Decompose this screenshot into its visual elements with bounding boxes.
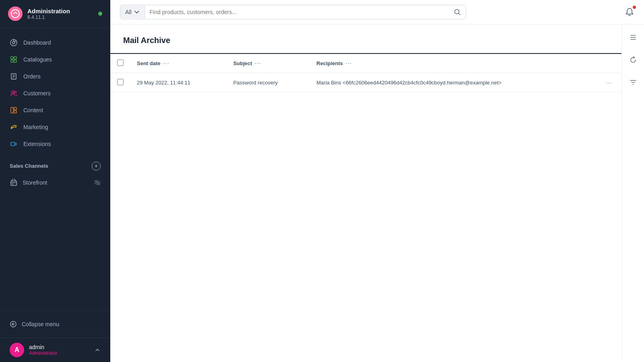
search-container: All: [120, 5, 466, 19]
user-role: Administrator: [29, 350, 89, 356]
columns-view-button[interactable]: [627, 31, 640, 44]
recipients-label: Recipients: [316, 60, 343, 66]
user-menu-chevron[interactable]: [94, 347, 101, 353]
topbar-right: [625, 7, 634, 17]
svg-rect-22: [11, 181, 17, 185]
collapse-icon: [10, 321, 17, 328]
app-name: Administration: [27, 8, 93, 14]
sidebar-item-marketing[interactable]: Marketing: [0, 119, 110, 136]
row-checkbox[interactable]: [117, 79, 124, 85]
storefront-icon: [10, 179, 18, 187]
sidebar-item-dashboard-label: Dashboard: [23, 39, 51, 46]
extensions-icon: [10, 140, 18, 148]
main-area: All: [110, 0, 644, 362]
marketing-icon: [10, 123, 18, 131]
select-all-header: [110, 54, 130, 73]
customers-icon: [10, 89, 18, 97]
collapse-menu-label: Collapse menu: [22, 321, 59, 327]
notification-badge: [633, 6, 636, 9]
sidebar-item-extensions[interactable]: Extensions: [0, 136, 110, 152]
app-title-area: Administration 6.4.11.1: [27, 8, 93, 20]
svg-rect-20: [15, 143, 17, 145]
svg-rect-6: [14, 57, 17, 59]
search-submit-button[interactable]: [449, 5, 466, 19]
sidebar-item-orders[interactable]: Orders: [0, 68, 110, 85]
sidebar-item-content[interactable]: Content: [0, 102, 110, 119]
table-wrapper: Sent date ··· Subject ···: [110, 53, 621, 362]
user-info: admin Administrator: [29, 344, 89, 356]
sidebar-item-content-label: Content: [23, 107, 43, 113]
sidebar-item-customers[interactable]: Customers: [0, 85, 110, 102]
filter-button[interactable]: [627, 76, 640, 89]
page-title: Mail Archive: [110, 25, 621, 53]
catalogues-icon: [10, 56, 18, 64]
search-filter-label: All: [125, 9, 132, 15]
sent-date-options[interactable]: ···: [163, 60, 169, 67]
sales-channels-title: Sales Channels: [10, 163, 48, 169]
table-row: 29 May 2022, 11:44:11 Password recovery …: [110, 73, 621, 93]
col-header-sent-date: Sent date ···: [130, 54, 227, 73]
row-subject: Password recovery: [227, 73, 310, 93]
svg-point-14: [14, 91, 17, 93]
sales-channels-section: Sales Channels + Storefront: [0, 155, 110, 196]
svg-point-13: [12, 91, 14, 93]
search-filter-button[interactable]: All: [120, 6, 145, 19]
sidebar-item-catalogues[interactable]: Catalogues: [0, 51, 110, 68]
svg-line-4: [14, 41, 16, 42]
col-header-recipients: Recipients ···: [310, 54, 597, 73]
row-actions-button[interactable]: ···: [597, 73, 621, 93]
subject-options[interactable]: ···: [254, 60, 261, 67]
storefront-label: Storefront: [23, 179, 47, 186]
sidebar-nav: Dashboard Catalogues: [0, 28, 110, 155]
row-sent-date: 29 May 2022, 11:44:11: [130, 73, 227, 93]
app-logo: [8, 6, 23, 21]
table-area: Mail Archive Sent date ···: [110, 25, 621, 362]
svg-rect-5: [11, 57, 13, 59]
mail-archive-table: Sent date ··· Subject ···: [110, 54, 621, 93]
svg-rect-17: [14, 111, 17, 113]
col-header-subject: Subject ···: [227, 54, 310, 73]
app-version: 6.4.11.1: [27, 14, 93, 20]
row-checkbox-cell: [110, 73, 130, 93]
svg-rect-8: [14, 60, 17, 62]
storefront-visibility-icon[interactable]: [94, 179, 101, 186]
recipients-options[interactable]: ···: [345, 60, 352, 67]
sidebar: Administration 6.4.11.1 Dashboard: [0, 0, 110, 362]
svg-rect-19: [11, 142, 15, 146]
content-area: Mail Archive Sent date ···: [110, 25, 644, 362]
topbar: All: [110, 0, 644, 25]
notification-button[interactable]: [625, 7, 634, 17]
sidebar-item-storefront[interactable]: Storefront: [10, 175, 101, 190]
subject-label: Subject: [233, 60, 252, 66]
sidebar-footer: Collapse menu: [0, 311, 110, 337]
user-area: A admin Administrator: [0, 337, 110, 362]
sales-channels-header: Sales Channels +: [10, 162, 101, 171]
svg-rect-7: [11, 60, 13, 62]
sidebar-item-dashboard[interactable]: Dashboard: [0, 34, 110, 51]
sent-date-label: Sent date: [137, 60, 161, 66]
sidebar-item-customers-label: Customers: [23, 90, 51, 97]
orders-icon: [10, 72, 18, 80]
add-sales-channel-button[interactable]: +: [92, 162, 101, 171]
sidebar-item-orders-label: Orders: [23, 73, 41, 80]
user-name: admin: [29, 344, 89, 350]
online-status-dot: [98, 12, 102, 16]
user-avatar: A: [10, 343, 24, 357]
svg-rect-15: [11, 107, 13, 113]
col-header-actions: [597, 54, 621, 73]
svg-point-0: [11, 10, 19, 18]
svg-rect-16: [14, 107, 17, 110]
collapse-menu-button[interactable]: Collapse menu: [10, 317, 101, 331]
sidebar-header: Administration 6.4.11.1: [0, 0, 110, 28]
row-recipients: Maria Bins <66fc2606eed4420496d42cb4cfc0…: [310, 73, 597, 93]
refresh-button[interactable]: [627, 53, 640, 66]
dashboard-icon: [10, 39, 18, 47]
sidebar-item-extensions-label: Extensions: [23, 141, 51, 147]
select-all-checkbox[interactable]: [117, 60, 124, 66]
search-input[interactable]: [145, 6, 449, 19]
sidebar-item-marketing-label: Marketing: [23, 124, 48, 130]
content-icon: [10, 106, 18, 114]
svg-line-29: [458, 13, 460, 15]
right-toolbar: [621, 25, 644, 362]
sidebar-item-catalogues-label: Catalogues: [23, 56, 52, 63]
